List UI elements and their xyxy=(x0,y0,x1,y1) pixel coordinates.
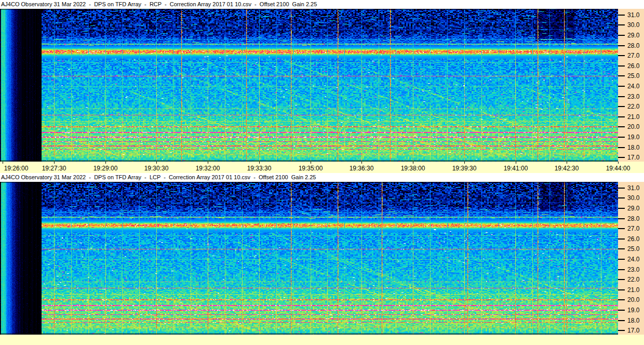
freq-scale-lcp: 31.030.029.028.027.026.025.024.023.022.0… xyxy=(618,182,644,335)
freq-tick xyxy=(618,137,625,138)
freq-tick-label: 30.0 xyxy=(627,21,639,29)
freq-tick-label: 18.0 xyxy=(627,144,639,151)
time-tick-label: 19:33:30 xyxy=(243,165,275,172)
freq-tick xyxy=(618,330,625,331)
time-tick-label: 19:27:30 xyxy=(38,165,70,172)
freq-tick xyxy=(618,188,625,189)
freq-tick xyxy=(618,289,625,290)
freq-tick-label: 22.0 xyxy=(627,103,639,110)
time-tick xyxy=(464,162,465,164)
freq-tick-label: 27.0 xyxy=(627,52,639,59)
freq-tick xyxy=(618,157,625,158)
freq-tick xyxy=(618,106,625,107)
freq-tick-label: 21.0 xyxy=(627,113,639,121)
freq-tick-label: 27.0 xyxy=(627,225,639,232)
freq-tick xyxy=(618,248,625,249)
freq-tick xyxy=(618,96,625,97)
freq-tick-label: 20.0 xyxy=(627,296,639,303)
time-tick xyxy=(361,162,362,164)
time-tick-label: 19:29:00 xyxy=(89,165,122,172)
freq-tick xyxy=(618,35,625,36)
freq-tick-label: 29.0 xyxy=(627,32,639,39)
freq-tick xyxy=(618,75,625,76)
freq-tick xyxy=(618,45,625,46)
time-tick xyxy=(3,162,3,164)
time-tick-label: 19:32:00 xyxy=(192,165,224,172)
freq-tick xyxy=(618,320,625,321)
time-tick xyxy=(156,162,157,164)
freq-tick-label: 21.0 xyxy=(627,286,639,294)
freq-tick xyxy=(618,259,625,260)
freq-tick-label: 28.0 xyxy=(627,42,639,49)
spectrogram-lcp-heatmap xyxy=(0,182,618,335)
freq-tick-label: 31.0 xyxy=(627,11,639,19)
freq-tick-label: 24.0 xyxy=(627,83,639,90)
panel-lcp-titlebar: AJ4CO Observatory 31 Mar 2022 - DPS on T… xyxy=(0,173,644,182)
freq-tick xyxy=(618,86,625,87)
time-tick-label: 19:41:00 xyxy=(500,165,532,172)
freq-tick-label: 19.0 xyxy=(627,307,639,314)
spectrogram-rcp-heatmap xyxy=(0,9,618,162)
freq-tick xyxy=(618,269,625,270)
freq-tick-label: 26.0 xyxy=(627,235,639,243)
freq-tick xyxy=(618,116,625,117)
time-tick-label: 19:38:00 xyxy=(397,165,429,172)
freq-tick xyxy=(618,218,625,219)
freq-tick xyxy=(618,299,625,300)
freq-tick xyxy=(618,310,625,311)
freq-tick xyxy=(618,24,625,25)
time-tick xyxy=(413,162,413,164)
freq-tick xyxy=(618,55,625,56)
panel-rcp-titlebar: AJ4CO Observatory 31 Mar 2022 - DPS on T… xyxy=(0,0,644,9)
time-tick-label: 19:30:30 xyxy=(140,165,172,172)
freq-tick-label: 23.0 xyxy=(627,266,639,273)
freq-tick-label: 23.0 xyxy=(627,93,639,100)
freq-tick xyxy=(618,208,625,209)
freq-tick-label: 30.0 xyxy=(627,194,639,202)
time-tick xyxy=(259,162,260,164)
time-tick xyxy=(105,162,106,164)
time-tick xyxy=(208,162,208,164)
freq-tick-label: 29.0 xyxy=(627,205,639,212)
freq-tick-label: 25.0 xyxy=(627,72,639,79)
freq-tick xyxy=(618,15,625,16)
time-tick-label: 19:35:00 xyxy=(294,165,327,172)
freq-tick-label: 19.0 xyxy=(627,134,639,141)
freq-tick xyxy=(618,197,625,198)
time-tick-label: 19:42:30 xyxy=(551,165,583,172)
radio-spectrograph-window: AJ4CO Observatory 31 Mar 2022 - DPS on T… xyxy=(0,0,644,345)
time-tick-label: 19:26:00 xyxy=(0,165,32,172)
freq-tick-label: 17.0 xyxy=(627,327,639,334)
freq-tick xyxy=(618,238,625,240)
freq-tick xyxy=(618,65,625,67)
time-tick xyxy=(618,162,619,164)
time-tick-label: 19:36:30 xyxy=(345,165,378,172)
time-tick xyxy=(311,162,311,164)
panel-lcp-title: AJ4CO Observatory 31 Mar 2022 - DPS on T… xyxy=(1,174,316,181)
time-tick xyxy=(516,162,516,164)
freq-tick-label: 31.0 xyxy=(627,184,639,192)
time-tick xyxy=(54,162,55,164)
freq-tick-label: 25.0 xyxy=(627,245,639,253)
freq-tick-label: 22.0 xyxy=(627,276,639,283)
bottom-margin-band xyxy=(0,335,644,345)
time-tick-label: 19:44:00 xyxy=(602,165,634,172)
time-axis: 19:26:0019:27:3019:29:0019:30:3019:32:00… xyxy=(0,162,644,173)
time-tick-label: 19:39:30 xyxy=(448,165,480,172)
freq-tick-label: 17.0 xyxy=(627,154,639,161)
freq-tick-label: 26.0 xyxy=(627,62,639,70)
freq-tick-label: 18.0 xyxy=(627,317,639,324)
freq-tick xyxy=(618,126,625,127)
freq-tick-label: 24.0 xyxy=(627,256,639,263)
freq-tick-label: 28.0 xyxy=(627,215,639,222)
freq-tick-label: 20.0 xyxy=(627,123,639,130)
time-tick xyxy=(567,162,567,164)
freq-scale-rcp: 31.030.029.028.027.026.025.024.023.022.0… xyxy=(618,9,644,162)
freq-tick xyxy=(618,228,625,229)
panel-rcp-title: AJ4CO Observatory 31 Mar 2022 - DPS on T… xyxy=(1,1,317,8)
freq-tick xyxy=(618,147,625,148)
freq-tick xyxy=(618,279,625,280)
